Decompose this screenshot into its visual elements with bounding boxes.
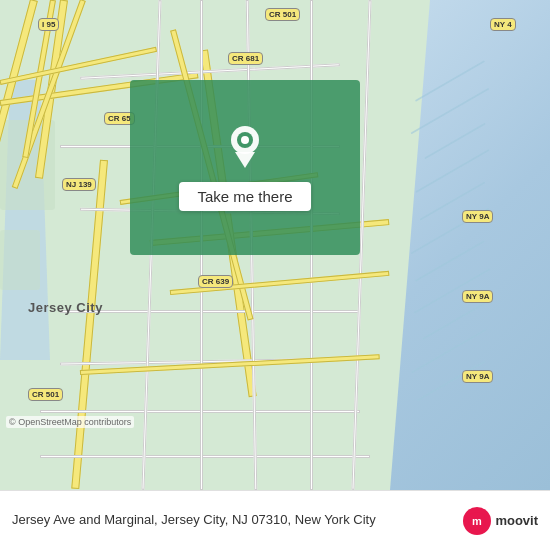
address-text: Jersey Ave and Marginal, Jersey City, NJ… <box>12 512 453 529</box>
road <box>60 310 360 313</box>
moovit-text: moovit <box>495 513 538 528</box>
jersey-city-label: Jersey City <box>28 300 103 315</box>
bottom-bar: Jersey Ave and Marginal, Jersey City, NJ… <box>0 490 550 550</box>
badge-cr639: CR 639 <box>198 275 233 288</box>
svg-text:m: m <box>472 515 482 527</box>
svg-point-2 <box>241 136 249 144</box>
location-overlay: Take me there <box>130 80 360 255</box>
road <box>40 455 370 458</box>
osm-attribution: © OpenStreetMap contributors <box>6 416 134 428</box>
badge-ny4: NY 4 <box>490 18 516 31</box>
location-pin <box>227 124 263 174</box>
badge-ny9a-1: NY 9A <box>462 210 493 223</box>
badge-cr501-bot: CR 501 <box>28 388 63 401</box>
badge-i95: I 95 <box>38 18 59 31</box>
map-container: Jersey City CR 501 I 95 CR 681 CR 65 NJ … <box>0 0 550 490</box>
take-me-there-button[interactable]: Take me there <box>179 182 310 211</box>
park-area-2 <box>0 230 40 290</box>
moovit-logo: m moovit <box>463 507 538 535</box>
badge-cr681: CR 681 <box>228 52 263 65</box>
moovit-icon: m <box>463 507 491 535</box>
badge-cr501-top: CR 501 <box>265 8 300 21</box>
badge-ny9a-3: NY 9A <box>462 370 493 383</box>
hudson-lines <box>400 60 530 410</box>
badge-nj139: NJ 139 <box>62 178 96 191</box>
svg-marker-3 <box>235 152 255 168</box>
badge-ny9a-2: NY 9A <box>462 290 493 303</box>
